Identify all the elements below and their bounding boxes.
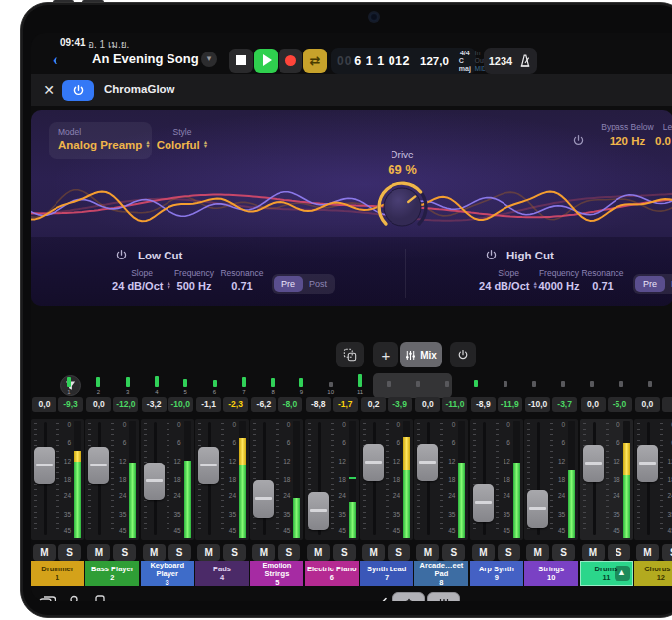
song-menu-chevron-icon[interactable]: ▾ xyxy=(201,52,217,67)
plugin-power-button[interactable] xyxy=(62,80,94,101)
solo-button[interactable]: S xyxy=(113,544,136,561)
volume-value[interactable]: -1,1 xyxy=(196,397,221,412)
style-selector[interactable]: Colorful▲▼ xyxy=(150,139,215,151)
record-button[interactable] xyxy=(279,49,302,73)
mute-button[interactable]: M xyxy=(252,544,275,561)
mixer-faders-button[interactable] xyxy=(427,592,460,601)
solo-button[interactable]: S xyxy=(278,544,300,561)
mute-button[interactable]: M xyxy=(472,544,495,561)
low-cut-slope-value[interactable]: 24 dB/Oct▲▼ xyxy=(112,280,171,292)
solo-button[interactable]: S xyxy=(58,544,81,561)
mute-button[interactable]: M xyxy=(636,544,659,561)
mute-button[interactable]: M xyxy=(87,544,110,561)
peak-value[interactable]: -5,0 xyxy=(608,397,632,412)
peak-value[interactable]: -3,7 xyxy=(552,397,577,412)
volume-value[interactable]: -3,2 xyxy=(142,397,167,412)
track-name-tile[interactable]: Bass Player2 xyxy=(85,561,139,586)
back-chevron-icon[interactable]: ‹ xyxy=(53,49,66,72)
collapse-chevron-icon[interactable]: ▲ xyxy=(615,566,630,581)
volume-value[interactable]: -8,9 xyxy=(471,397,496,412)
fader-cap[interactable] xyxy=(527,490,548,528)
volume-value[interactable]: 0,0 xyxy=(32,397,56,412)
smart-controls-button[interactable] xyxy=(392,592,425,601)
mute-button[interactable]: M xyxy=(582,544,605,561)
fader-cap[interactable] xyxy=(144,463,165,500)
peak-value[interactable]: -12,0 xyxy=(113,397,138,412)
volume-value[interactable]: -6,2 xyxy=(251,397,276,412)
add-track-button[interactable]: + xyxy=(373,342,398,367)
peak-value[interactable]: -3,9 xyxy=(388,397,412,412)
fader-cap[interactable] xyxy=(473,484,494,522)
solo-button[interactable]: S xyxy=(498,544,520,561)
fader-cap[interactable] xyxy=(308,492,329,530)
overview-window[interactable] xyxy=(373,373,452,398)
volume-value[interactable]: -10,0 xyxy=(525,397,550,412)
high-cut-pre-button[interactable]: Pre xyxy=(635,276,665,292)
mute-button[interactable]: M xyxy=(362,544,385,561)
lcd-display[interactable]: 00 6 1 1 012 127,0 4/4 C maj In Out MIDI xyxy=(331,48,476,74)
solo-button[interactable]: S xyxy=(223,544,246,561)
volume-value[interactable]: 0,0 xyxy=(86,397,111,412)
solo-button[interactable]: S xyxy=(608,544,630,561)
peak-value[interactable]: -11,0 xyxy=(442,397,467,412)
low-cut-power-icon[interactable] xyxy=(115,249,128,261)
peak-value[interactable] xyxy=(662,397,672,412)
close-plugin-icon[interactable]: ✕ xyxy=(41,82,56,98)
plugins-icon[interactable] xyxy=(66,595,82,601)
low-cut-resonance-value[interactable]: 0.71 xyxy=(217,280,267,292)
edit-pencil-icon[interactable] xyxy=(375,596,389,601)
fader-cap[interactable] xyxy=(583,445,604,482)
mute-button[interactable]: M xyxy=(197,544,220,561)
peak-value[interactable]: -11,9 xyxy=(498,397,522,412)
volume-value[interactable]: 0,0 xyxy=(635,397,660,412)
mute-button[interactable]: M xyxy=(416,544,439,561)
low-cut-frequency-value[interactable]: 500 Hz xyxy=(168,280,221,292)
track-name-tile[interactable]: Arcade…eet Pad8 xyxy=(414,561,468,586)
track-name-tile[interactable]: Synth Lead7 xyxy=(360,561,413,586)
volume-value[interactable]: 0,0 xyxy=(581,397,606,412)
track-name-tile[interactable]: Drums11▲ xyxy=(580,561,633,586)
peak-value[interactable]: -9,3 xyxy=(58,397,83,412)
count-in-button[interactable]: 1234 xyxy=(489,55,512,67)
solo-button[interactable]: S xyxy=(662,544,672,561)
high-cut-slope-value[interactable]: 24 dB/Oct▲▼ xyxy=(479,280,538,292)
peak-value[interactable]: -8,0 xyxy=(278,397,302,412)
cycle-button[interactable]: ⇄ xyxy=(303,49,327,73)
mute-button[interactable]: M xyxy=(33,544,56,561)
peak-value[interactable]: -2,3 xyxy=(223,397,248,412)
level-value[interactable]: 0.0 xyxy=(643,135,672,147)
drive-knob[interactable] xyxy=(375,179,430,235)
track-name-tile[interactable]: Drummer1 xyxy=(31,561,84,586)
solo-button[interactable]: S xyxy=(388,544,410,561)
high-cut-post-button[interactable]: Post xyxy=(665,276,672,292)
mixer-power-button[interactable] xyxy=(450,342,476,367)
low-cut-post-button[interactable]: Post xyxy=(303,276,333,292)
high-cut-resonance-value[interactable]: 0.71 xyxy=(578,280,627,292)
solo-button[interactable]: S xyxy=(442,544,465,561)
mix-view-button[interactable]: Mix xyxy=(400,342,442,367)
volume-value[interactable]: 0,2 xyxy=(361,397,386,412)
fader-cap[interactable] xyxy=(88,447,109,484)
channel-strip-icon[interactable] xyxy=(94,595,106,601)
track-name-tile[interactable]: Electric Piano6 xyxy=(305,561,359,586)
track-name-tile[interactable]: Pads4 xyxy=(195,561,249,586)
fader-cap[interactable] xyxy=(253,480,274,518)
peak-value[interactable]: -1,7 xyxy=(333,397,358,412)
metronome-icon[interactable] xyxy=(518,53,532,68)
loops-browser-icon[interactable]: ♪ xyxy=(39,595,56,601)
high-cut-power-icon[interactable] xyxy=(485,249,498,261)
play-button[interactable] xyxy=(254,49,278,73)
peak-value[interactable]: -10,0 xyxy=(168,397,193,412)
track-name-tile[interactable]: Emotion Strings5 xyxy=(250,561,303,586)
solo-button[interactable]: S xyxy=(552,544,575,561)
fader-cap[interactable] xyxy=(417,444,438,481)
stop-button[interactable] xyxy=(229,49,253,73)
bypass-power-icon[interactable] xyxy=(572,134,585,147)
mute-button[interactable]: M xyxy=(307,544,330,561)
fader-cap[interactable] xyxy=(363,444,384,481)
volume-value[interactable]: 0,0 xyxy=(415,397,440,412)
fader-cap[interactable] xyxy=(637,445,658,482)
mute-button[interactable]: M xyxy=(143,544,166,561)
volume-value[interactable]: -8,8 xyxy=(306,397,331,412)
fader-cap[interactable] xyxy=(198,447,219,484)
